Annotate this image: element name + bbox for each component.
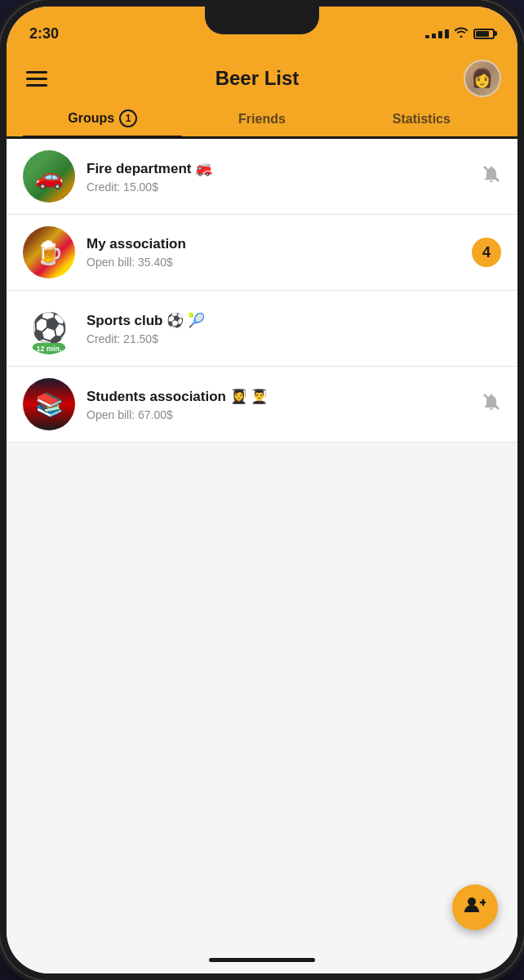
screen: 2:30 [7,7,517,973]
list-item[interactable]: ⚽ 12 min. Sports club ⚽ 🎾 Credit: 21.50$ [7,291,517,367]
signal-strength-icon [425,29,449,38]
tab-statistics[interactable]: Statistics [342,101,501,136]
tab-friends-label: Friends [238,112,286,127]
home-bar [209,958,315,962]
tab-groups-badge: 1 [119,109,137,127]
notch [205,7,319,34]
group-status-students: Open bill: 67.00$ [87,408,470,421]
group-avatar-students: 📚 [23,378,75,430]
fire-dept-image: 🚗 [23,150,75,203]
add-group-button[interactable] [452,884,498,930]
battery-icon [473,29,495,39]
group-action-association[interactable]: 4 [472,238,501,267]
add-person-icon [464,896,486,919]
group-status-fire: Credit: 15.00$ [87,180,470,194]
group-action-students[interactable] [482,392,501,416]
home-indicator [7,950,517,973]
group-status-association: Open bill: 35.40$ [87,256,460,269]
list-item[interactable]: 📚 Students association 👩‍🎓 👨‍🎓 Open bill… [7,367,517,443]
status-icons [425,26,495,41]
sports-timer-badge: 12 min. [32,343,65,354]
menu-button[interactable] [23,68,51,90]
group-info-students: Students association 👩‍🎓 👨‍🎓 Open bill: … [87,388,470,421]
students-image: 📚 [23,378,75,430]
app-header: Beer List 👩 [7,49,517,101]
svg-point-2 [468,898,476,906]
group-name-sports: Sports club ⚽ 🎾 [87,312,490,329]
user-avatar[interactable]: 👩 [464,60,501,97]
tab-groups[interactable]: Groups 1 [23,101,182,139]
group-avatar-association: 🍺 [23,226,75,278]
status-time: 2:30 [29,25,59,42]
group-avatar-fire: 🚗 [23,150,75,203]
group-name-association: My association [87,236,460,252]
tab-friends[interactable]: Friends [182,101,341,136]
group-action-fire[interactable] [482,164,501,189]
wifi-icon [454,26,468,41]
group-name-fire: Fire department 🚒 [87,160,470,177]
group-info-sports: Sports club ⚽ 🎾 Credit: 21.50$ [87,312,490,345]
app-title: Beer List [215,67,300,90]
association-image: 🍺 [23,226,75,278]
group-avatar-sports: ⚽ 12 min. [23,302,75,354]
group-name-students: Students association 👩‍🎓 👨‍🎓 [87,388,470,405]
list-item[interactable]: 🍺 My association Open bill: 35.40$ 4 [7,215,517,291]
phone-frame: 2:30 [0,0,524,980]
notification-badge-association: 4 [472,238,501,267]
group-info-association: My association Open bill: 35.40$ [87,236,460,269]
groups-list: 🚗 Fire department 🚒 Credit: 15.00$ [7,139,517,443]
list-item[interactable]: 🚗 Fire department 🚒 Credit: 15.00$ [7,139,517,215]
sports-image: ⚽ 12 min. [23,302,75,354]
tab-groups-label: Groups [68,111,114,126]
group-info-fire: Fire department 🚒 Credit: 15.00$ [87,160,470,194]
tab-statistics-label: Statistics [393,112,451,127]
bell-muted-icon-students [482,395,501,416]
avatar-image: 👩 [465,61,500,96]
group-status-sports: Credit: 21.50$ [87,332,490,345]
main-content: 🚗 Fire department 🚒 Credit: 15.00$ [7,139,517,950]
tab-bar: Groups 1 Friends Statistics [7,101,517,139]
bell-muted-icon [482,167,501,188]
